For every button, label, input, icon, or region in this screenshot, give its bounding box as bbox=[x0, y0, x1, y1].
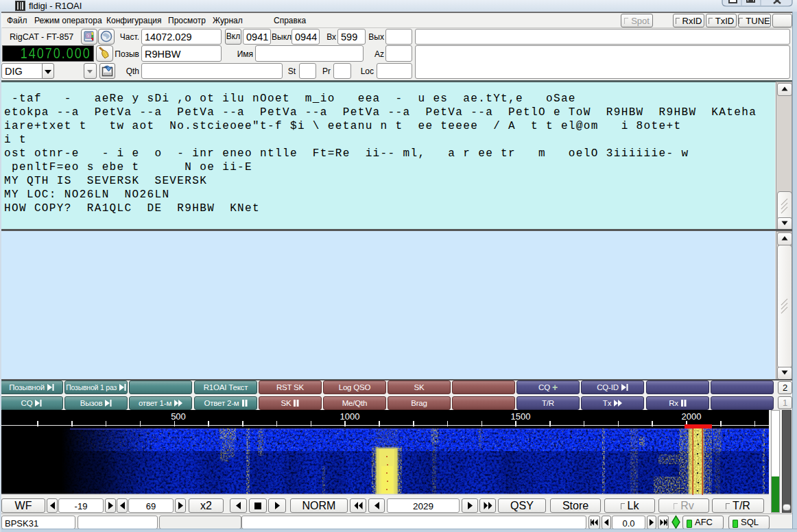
svg-text:@: @ bbox=[85, 32, 91, 39]
